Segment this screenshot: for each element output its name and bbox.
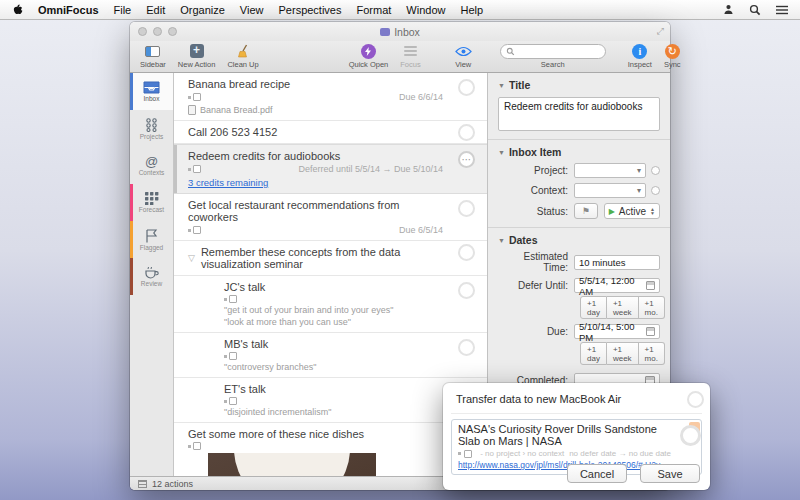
complete-checkbox[interactable] bbox=[458, 124, 475, 141]
project-dropdown[interactable]: ▾ bbox=[574, 163, 646, 178]
cancel-button[interactable]: Cancel bbox=[567, 464, 627, 483]
sync-icon: ↻ bbox=[665, 44, 680, 59]
notification-center-icon[interactable] bbox=[776, 5, 788, 15]
quick-open-button[interactable]: Quick Open bbox=[349, 43, 389, 69]
view-button[interactable]: View bbox=[455, 43, 472, 69]
sidebar-item-contexts[interactable]: @ Contexts bbox=[130, 147, 173, 184]
project-clear-button[interactable] bbox=[651, 166, 660, 175]
attachment-name: Banana Bread.pdf bbox=[200, 105, 273, 115]
menu-edit[interactable]: Edit bbox=[146, 4, 165, 16]
clean-up-button[interactable]: Clean Up bbox=[227, 43, 258, 69]
complete-checkbox[interactable] bbox=[458, 200, 475, 217]
menu-view[interactable]: View bbox=[240, 4, 264, 16]
note-icon[interactable] bbox=[224, 397, 237, 405]
action-row-redeem-credits[interactable]: Redeem credits for audiobooks Deferred u… bbox=[174, 144, 487, 194]
menu-format[interactable]: Format bbox=[357, 4, 392, 16]
fullscreen-icon[interactable]: ⤢ bbox=[657, 26, 664, 37]
note-icon[interactable] bbox=[188, 165, 201, 173]
apple-icon[interactable] bbox=[12, 3, 23, 16]
menu-perspectives[interactable]: Perspectives bbox=[279, 4, 342, 16]
due-field[interactable]: 5/10/14, 5:00 PM bbox=[574, 324, 660, 339]
estimated-time-field[interactable]: 10 minutes bbox=[574, 255, 660, 270]
context-dropdown[interactable]: ▾ bbox=[574, 183, 646, 198]
inbox-accent-bar bbox=[130, 73, 133, 110]
menu-file[interactable]: File bbox=[114, 4, 132, 16]
sidebar-item-forecast[interactable]: Forecast bbox=[130, 184, 173, 221]
note-icon[interactable] bbox=[188, 442, 201, 450]
chevron-down-icon: ▾ bbox=[637, 166, 641, 175]
note-icon[interactable]: - no project › no context bbox=[458, 449, 564, 458]
action-row-dishes[interactable]: Get some more of these nice dishes bbox=[174, 423, 487, 476]
collapse-triangle-icon[interactable]: ▼ bbox=[498, 82, 505, 89]
complete-checkbox[interactable] bbox=[680, 425, 701, 446]
estimated-time-label: Estimated Time: bbox=[498, 251, 574, 273]
defer-plus-week-button[interactable]: +1 week bbox=[607, 296, 639, 319]
sync-button[interactable]: ↻ Sync bbox=[664, 43, 681, 69]
disclosure-triangle-icon[interactable]: ▽ bbox=[188, 253, 195, 263]
complete-checkbox[interactable] bbox=[458, 282, 475, 299]
status-dropdown[interactable]: ▶ Active ▲▼ bbox=[604, 203, 660, 219]
action-row-restaurant[interactable]: Get local restaurant recommendations fro… bbox=[174, 194, 487, 241]
title-bar[interactable]: Inbox ⤢ bbox=[130, 22, 670, 41]
action-row-ets-talk[interactable]: ET's talk "disjointed incrementalism" bbox=[174, 378, 487, 423]
complete-checkbox[interactable] bbox=[458, 244, 475, 261]
user-icon[interactable] bbox=[723, 4, 734, 15]
menu-window[interactable]: Window bbox=[406, 4, 445, 16]
flag-toggle-button[interactable]: ⚑ bbox=[574, 203, 598, 219]
note-icon[interactable] bbox=[188, 226, 201, 234]
dates-meta: no defer date → no due date bbox=[569, 449, 671, 458]
title-field[interactable]: Redeem credits for audiobooks bbox=[498, 97, 660, 131]
defer-plus-month-button[interactable]: +1 mo. bbox=[639, 296, 665, 319]
sidebar-item-flagged[interactable]: Flagged bbox=[130, 221, 173, 258]
note-icon[interactable] bbox=[224, 352, 237, 360]
collapse-triangle-icon[interactable]: ▼ bbox=[498, 237, 505, 244]
collapse-triangle-icon[interactable]: ▼ bbox=[498, 149, 505, 156]
calendar-icon[interactable] bbox=[646, 327, 655, 336]
sidebar-item-projects[interactable]: Projects bbox=[130, 110, 173, 147]
zoom-window-button[interactable] bbox=[168, 27, 177, 36]
action-list: Banana bread recipe Due 6/6/14 Banana Br… bbox=[174, 73, 487, 476]
action-row-call[interactable]: Call 206 523 4152 bbox=[174, 121, 487, 144]
search-icon bbox=[506, 47, 515, 56]
sidebar-item-inbox[interactable]: Inbox bbox=[130, 73, 173, 110]
due-bump-buttons: +1 day +1 week +1 mo. bbox=[580, 342, 660, 365]
complete-checkbox[interactable] bbox=[687, 391, 704, 408]
review-accent-bar bbox=[130, 258, 133, 295]
calendar-icon[interactable] bbox=[646, 281, 655, 290]
note-icon[interactable] bbox=[224, 295, 237, 303]
defer-plus-day-button[interactable]: +1 day bbox=[580, 296, 607, 319]
sidebar-icon bbox=[145, 46, 160, 57]
new-action-button[interactable]: + New Action bbox=[178, 43, 216, 69]
complete-checkbox[interactable] bbox=[458, 339, 475, 356]
sidebar-button[interactable]: Sidebar bbox=[140, 43, 166, 69]
complete-checkbox[interactable] bbox=[458, 79, 475, 96]
due-plus-day-button[interactable]: +1 day bbox=[580, 342, 607, 365]
due-plus-week-button[interactable]: +1 week bbox=[607, 342, 639, 365]
inspect-button[interactable]: i Inspect bbox=[628, 43, 652, 69]
action-title: Call 206 523 4152 bbox=[188, 126, 443, 138]
save-button[interactable]: Save bbox=[640, 464, 700, 483]
sidebar-item-review[interactable]: Review bbox=[130, 258, 173, 295]
menu-help[interactable]: Help bbox=[460, 4, 483, 16]
note-link[interactable]: 3 credits remaining bbox=[188, 177, 268, 188]
close-window-button[interactable] bbox=[138, 27, 147, 36]
spotlight-search-icon[interactable] bbox=[749, 4, 761, 16]
context-clear-button[interactable] bbox=[651, 186, 660, 195]
app-menu-omnifocus[interactable]: OmniFocus bbox=[38, 4, 99, 16]
action-row-jcs-talk[interactable]: JC's talk "get it out of your brain and … bbox=[174, 276, 487, 333]
group-row-seminar[interactable]: ▽ Remember these concepts from the data … bbox=[174, 241, 487, 276]
action-menu-circle[interactable]: ⋯ bbox=[458, 151, 475, 168]
minimize-window-button[interactable] bbox=[153, 27, 162, 36]
quick-entry-row-transfer[interactable]: Transfer data to new MacBook Air bbox=[451, 390, 702, 414]
action-title: Banana bread recipe bbox=[188, 78, 443, 90]
action-title: JC's talk bbox=[224, 281, 443, 293]
note-icon[interactable] bbox=[188, 93, 201, 101]
flag-icon bbox=[145, 229, 158, 243]
due-plus-month-button[interactable]: +1 mo. bbox=[639, 342, 665, 365]
search-input[interactable] bbox=[500, 44, 606, 59]
action-row-mbs-talk[interactable]: MB's talk "controversy branches" bbox=[174, 333, 487, 378]
menu-organize[interactable]: Organize bbox=[180, 4, 225, 16]
action-row-banana-bread[interactable]: Banana bread recipe Due 6/6/14 Banana Br… bbox=[174, 73, 487, 121]
defer-until-field[interactable]: 5/5/14, 12:00 AM bbox=[574, 278, 660, 293]
attachment[interactable]: Banana Bread.pdf bbox=[188, 105, 443, 115]
